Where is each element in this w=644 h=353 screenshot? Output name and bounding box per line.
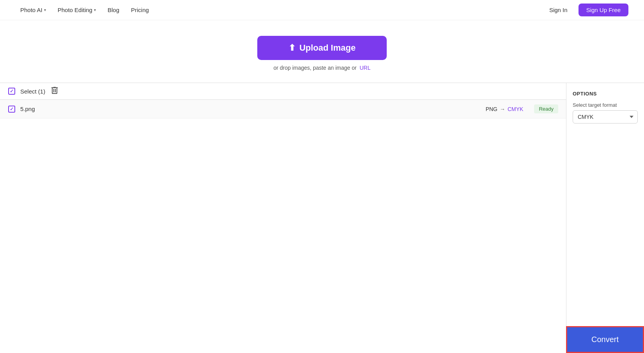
drop-hint: or drop images, paste an image or URL: [273, 65, 370, 71]
nav-links: Photo AI ▾ Photo Editing ▾ Blog Pricing: [16, 4, 154, 16]
chevron-down-icon: ▾: [94, 8, 96, 12]
url-link[interactable]: URL: [360, 65, 371, 71]
navbar-left: Photo AI ▾ Photo Editing ▾ Blog Pricing: [16, 4, 154, 16]
nav-item-pricing[interactable]: Pricing: [126, 4, 154, 16]
file-area: Select (1) 5.png PNG → CMYK Read: [0, 83, 644, 350]
select-label: Select (1): [20, 88, 45, 95]
select-all-checkbox[interactable]: [8, 87, 16, 95]
nav-item-photo-ai[interactable]: Photo AI ▾: [16, 4, 51, 16]
convert-button-wrapper: Convert: [566, 326, 644, 350]
main-content: ⬆ Upload Image or drop images, paste an …: [0, 20, 644, 350]
nav-label-photo-ai: Photo AI: [20, 7, 42, 13]
upload-icon: ⬆: [288, 43, 295, 53]
options-sidebar: OPTIONS Select target format CMYK PNG JP…: [566, 83, 644, 350]
nav-item-blog[interactable]: Blog: [103, 4, 124, 16]
delete-icon[interactable]: [51, 87, 58, 95]
format-to: CMYK: [508, 106, 523, 112]
upload-section: ⬆ Upload Image or drop images, paste an …: [257, 36, 387, 71]
arrow-icon: →: [500, 106, 505, 112]
options-format-label: Select target format: [573, 102, 638, 108]
table-row: 5.png PNG → CMYK Ready: [0, 100, 566, 118]
drop-text-static: or drop images, paste an image or: [273, 65, 356, 71]
format-select[interactable]: CMYK PNG JPEG GIF BMP TIFF WEBP PDF: [573, 110, 638, 124]
format-from: PNG: [486, 106, 497, 112]
checkbox-checked-icon[interactable]: [8, 106, 15, 113]
file-list-container: Select (1) 5.png PNG → CMYK Read: [0, 83, 566, 350]
sign-up-button[interactable]: Sign Up Free: [579, 4, 628, 16]
navbar: Photo AI ▾ Photo Editing ▾ Blog Pricing …: [0, 0, 644, 20]
upload-button[interactable]: ⬆ Upload Image: [257, 36, 387, 60]
select-row: Select (1): [0, 83, 566, 100]
file-conversion: PNG → CMYK: [486, 106, 524, 112]
file-checkbox[interactable]: [8, 105, 16, 113]
convert-button[interactable]: Convert: [566, 326, 644, 350]
nav-item-photo-editing[interactable]: Photo Editing ▾: [53, 4, 101, 16]
nav-label-photo-editing: Photo Editing: [58, 7, 92, 13]
checkbox-checked-icon[interactable]: [8, 88, 15, 95]
upload-button-label: Upload Image: [299, 43, 356, 53]
options-title: OPTIONS: [573, 91, 638, 97]
chevron-down-icon: ▾: [44, 8, 46, 12]
file-name: 5.png: [20, 106, 481, 112]
sign-in-button[interactable]: Sign In: [543, 4, 574, 16]
status-badge: Ready: [534, 104, 558, 113]
navbar-right: Sign In Sign Up Free: [543, 4, 628, 16]
nav-label-blog: Blog: [108, 7, 119, 13]
nav-label-pricing: Pricing: [131, 7, 149, 13]
